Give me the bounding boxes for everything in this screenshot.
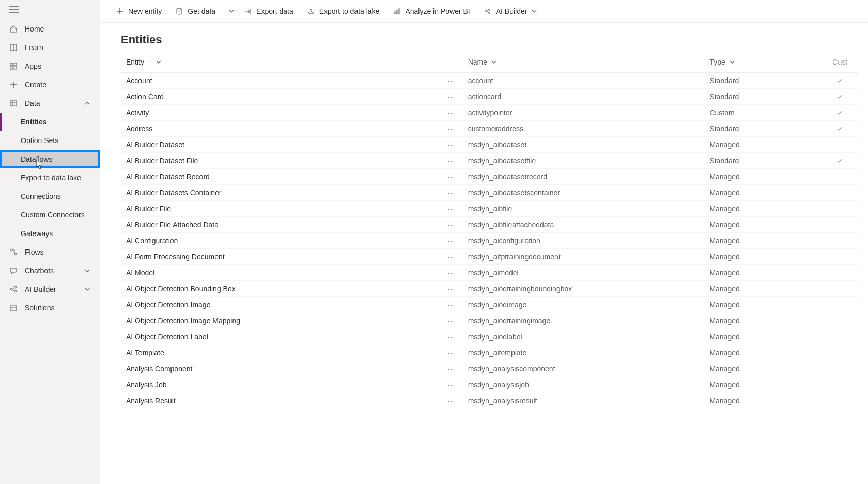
sidebar-sub-custom-connectors[interactable]: Custom Connectors <box>0 206 100 224</box>
sidebar-sub-entities[interactable]: Entities <box>0 113 100 131</box>
cell-entity[interactable]: AI Object Detection Label <box>121 329 439 345</box>
cell-entity[interactable]: AI Configuration <box>121 233 439 249</box>
ai-builder-button[interactable]: AI Builder <box>478 4 543 19</box>
export-lake-button[interactable]: Export to data lake <box>302 4 385 19</box>
table-row[interactable]: AI Object Detection Bounding Box···msdyn… <box>121 281 858 297</box>
get-data-dropdown[interactable] <box>224 6 236 17</box>
chat-icon <box>9 267 18 275</box>
row-more-button[interactable]: ··· <box>439 89 463 105</box>
sidebar-item-solutions[interactable]: Solutions <box>0 299 100 317</box>
row-more-button[interactable]: ··· <box>439 393 463 409</box>
entities-table: Entity ↑ Name Type <box>121 52 858 409</box>
table-row[interactable]: AI Object Detection Image Mapping···msdy… <box>121 313 858 329</box>
row-more-button[interactable]: ··· <box>439 361 463 377</box>
cell-entity[interactable]: Analysis Job <box>121 377 439 393</box>
sidebar-item-label: Learn <box>25 43 43 52</box>
table-row[interactable]: Analysis Component···msdyn_analysiscompo… <box>121 361 858 377</box>
row-more-button[interactable]: ··· <box>439 137 463 153</box>
row-more-button[interactable]: ··· <box>439 201 463 217</box>
cell-entity[interactable]: Analysis Result <box>121 393 439 409</box>
table-row[interactable]: AI Builder File···msdyn_aibfileManaged <box>121 201 858 217</box>
svg-point-7 <box>14 253 17 255</box>
row-more-button[interactable]: ··· <box>439 377 463 393</box>
table-row[interactable]: Address···customeraddressStandard✓ <box>121 121 858 137</box>
cell-entity[interactable]: AI Model <box>121 265 439 281</box>
sidebar-sub-connections[interactable]: Connections <box>0 187 100 206</box>
cell-entity[interactable]: AI Builder Datasets Container <box>121 185 439 201</box>
header-type[interactable]: Type <box>704 52 822 73</box>
row-more-button[interactable]: ··· <box>439 105 463 121</box>
sidebar-item-learn[interactable]: Learn <box>0 38 100 57</box>
sidebar-item-flows[interactable]: Flows <box>0 243 100 261</box>
table-row[interactable]: AI Builder Datasets Container···msdyn_ai… <box>121 185 858 201</box>
apps-icon <box>9 62 18 70</box>
table-row[interactable]: AI Builder Dataset File···msdyn_aibdatas… <box>121 153 858 169</box>
sidebar-item-create[interactable]: Create <box>0 75 100 94</box>
row-more-button[interactable]: ··· <box>439 217 463 233</box>
cell-entity[interactable]: Account <box>121 73 439 89</box>
cell-entity[interactable]: AI Object Detection Image Mapping <box>121 313 439 329</box>
sidebar-sub-option-sets[interactable]: Option Sets <box>0 131 100 150</box>
row-more-button[interactable]: ··· <box>439 313 463 329</box>
cell-entity[interactable]: AI Builder File <box>121 201 439 217</box>
row-more-button[interactable]: ··· <box>439 185 463 201</box>
hamburger-menu[interactable] <box>0 0 100 20</box>
cell-entity[interactable]: AI Builder File Attached Data <box>121 217 439 233</box>
row-more-button[interactable]: ··· <box>439 297 463 313</box>
sidebar-sub-gateways[interactable]: Gateways <box>0 224 100 243</box>
table-row[interactable]: AI Builder Dataset Record···msdyn_aibdat… <box>121 169 858 185</box>
sidebar-item-ai-builder[interactable]: AI Builder <box>0 280 100 299</box>
analyze-button[interactable]: Analyze in Power BI <box>388 4 475 19</box>
row-more-button[interactable]: ··· <box>439 233 463 249</box>
table-row[interactable]: Account···accountStandard✓ <box>121 73 858 89</box>
table-row[interactable]: AI Builder File Attached Data···msdyn_ai… <box>121 217 858 233</box>
row-more-button[interactable]: ··· <box>439 345 463 361</box>
export-data-button[interactable]: Export data <box>239 4 299 19</box>
svg-point-6 <box>10 249 12 251</box>
cell-entity[interactable]: AI Template <box>121 345 439 361</box>
cell-entity[interactable]: AI Builder Dataset Record <box>121 169 439 185</box>
header-name[interactable]: Name <box>463 52 705 73</box>
cell-entity[interactable]: AI Builder Dataset File <box>121 153 439 169</box>
get-data-button[interactable]: Get data <box>170 4 221 19</box>
table-row[interactable]: AI Model···msdyn_aimodelManaged <box>121 265 858 281</box>
cell-entity[interactable]: Action Card <box>121 89 439 105</box>
cell-check <box>823 169 858 185</box>
table-row[interactable]: AI Configuration···msdyn_aiconfiguration… <box>121 233 858 249</box>
cell-entity[interactable]: AI Builder Dataset <box>121 137 439 153</box>
sidebar-item-apps[interactable]: Apps <box>0 57 100 75</box>
table-row[interactable]: AI Template···msdyn_aitemplateManaged <box>121 345 858 361</box>
table-row[interactable]: AI Object Detection Label···msdyn_aiodla… <box>121 329 858 345</box>
table-row[interactable]: Activity···activitypointerCustom✓ <box>121 105 858 121</box>
row-more-button[interactable]: ··· <box>439 329 463 345</box>
row-more-button[interactable]: ··· <box>439 169 463 185</box>
svg-rect-17 <box>398 9 399 14</box>
table-row[interactable]: Analysis Job···msdyn_analysisjobManaged <box>121 377 858 393</box>
row-more-button[interactable]: ··· <box>439 121 463 137</box>
row-more-button[interactable]: ··· <box>439 281 463 297</box>
cell-entity[interactable]: Analysis Component <box>121 361 439 377</box>
cell-entity[interactable]: AI Object Detection Image <box>121 297 439 313</box>
row-more-button[interactable]: ··· <box>439 153 463 169</box>
table-row[interactable]: AI Form Processing Document···msdyn_aifp… <box>121 249 858 265</box>
svg-point-14 <box>308 12 314 14</box>
sidebar-sub-dataflows[interactable]: Dataflows <box>0 150 100 168</box>
cell-entity[interactable]: Activity <box>121 105 439 121</box>
table-row[interactable]: AI Object Detection Image···msdyn_aiodim… <box>121 297 858 313</box>
header-entity[interactable]: Entity ↑ <box>121 52 439 73</box>
row-more-button[interactable]: ··· <box>439 265 463 281</box>
header-customizable[interactable]: Cust <box>823 52 858 73</box>
sidebar-item-home[interactable]: Home <box>0 20 100 38</box>
sidebar-sub-export-lake[interactable]: Export to data lake <box>0 168 100 187</box>
row-more-button[interactable]: ··· <box>439 249 463 265</box>
cell-entity[interactable]: AI Form Processing Document <box>121 249 439 265</box>
sidebar-item-data[interactable]: Data <box>0 94 100 113</box>
sidebar-item-chatbots[interactable]: Chatbots <box>0 261 100 280</box>
cell-entity[interactable]: Address <box>121 121 439 137</box>
cell-entity[interactable]: AI Object Detection Bounding Box <box>121 281 439 297</box>
table-row[interactable]: Action Card···actioncardStandard✓ <box>121 89 858 105</box>
row-more-button[interactable]: ··· <box>439 73 463 89</box>
table-row[interactable]: Analysis Result···msdyn_analysisresultMa… <box>121 393 858 409</box>
new-entity-button[interactable]: New entity <box>111 4 167 19</box>
table-row[interactable]: AI Builder Dataset···msdyn_aibdatasetMan… <box>121 137 858 153</box>
